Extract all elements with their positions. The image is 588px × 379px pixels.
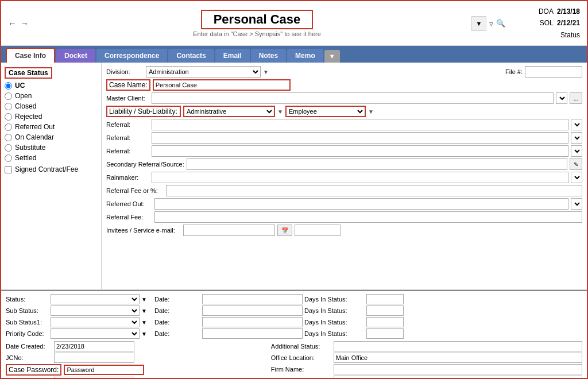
- file-hash-input[interactable]: [525, 66, 582, 78]
- sub-status1-days-input[interactable]: [366, 317, 404, 327]
- referral-fee2-label: Referral Fee:: [106, 214, 152, 221]
- radio-substitute[interactable]: Substitute: [5, 144, 98, 152]
- location-row: Location:: [271, 376, 582, 379]
- referral1-input[interactable]: [152, 119, 568, 130]
- master-client-row: Master Client: ...: [106, 92, 582, 104]
- priority-date-label: Date:: [154, 330, 200, 337]
- case-password-label: Case Password:: [6, 364, 61, 376]
- division-select[interactable]: Administration: [146, 66, 261, 78]
- panels-row: Case Status UC Open Closed Rejected: [1, 63, 587, 290]
- sub-status-chevron: ▼: [141, 308, 153, 314]
- firm-name-input[interactable]: [334, 364, 582, 374]
- date-created-row: Date Created:: [6, 341, 265, 351]
- sub-status-date-label: Date:: [154, 307, 200, 314]
- sub-status1-date-input[interactable]: [202, 317, 303, 327]
- final-left: Date Created: JCNo: Case Password:: [6, 341, 265, 379]
- status-date-input[interactable]: [202, 294, 303, 304]
- referred-out-label: Referred Out:: [106, 200, 152, 207]
- status-select[interactable]: [51, 294, 140, 304]
- rainmaker-select[interactable]: [571, 172, 582, 183]
- radio-referred-out[interactable]: Referred Out: [5, 123, 98, 131]
- tab-memo[interactable]: Memo: [287, 49, 323, 63]
- radio-on-calendar[interactable]: On Calendar: [5, 133, 98, 141]
- case-password-row: Case Password:: [6, 364, 265, 376]
- storage-date-input[interactable]: [54, 377, 134, 379]
- priority-days-label: Days In Status:: [304, 330, 365, 337]
- radio-closed[interactable]: Closed: [5, 102, 98, 110]
- referral3-label: Referral:: [106, 148, 149, 154]
- tab-docket[interactable]: Docket: [56, 49, 95, 63]
- priority-days-input[interactable]: [366, 328, 404, 339]
- firm-name-label: Firm Name:: [271, 366, 331, 373]
- referral-fee-label: Referral Fee or %:: [106, 187, 164, 194]
- master-client-input[interactable]: [152, 92, 554, 104]
- referral-fee-input[interactable]: [166, 185, 582, 196]
- tab-notes[interactable]: Notes: [251, 49, 286, 63]
- status-field-label: Status:: [6, 296, 49, 303]
- radio-open[interactable]: Open: [5, 92, 98, 100]
- referral1-select[interactable]: [571, 119, 582, 130]
- priority-date-input[interactable]: [202, 328, 303, 339]
- liability-label: Liability / Sub-Liability:: [106, 106, 181, 117]
- sub-status1-select[interactable]: [51, 317, 140, 327]
- bottom-section: Status: ▼ Date: Days In Status: Sub Stat…: [1, 290, 587, 379]
- liability-select[interactable]: Administrative: [183, 106, 275, 117]
- referral-fee2-input[interactable]: [154, 211, 582, 223]
- referral3-select[interactable]: [571, 145, 582, 157]
- sub-status-days-label: Days In Status:: [304, 307, 365, 314]
- rainmaker-input[interactable]: [152, 172, 568, 183]
- invitees-extra-input[interactable]: [295, 225, 341, 236]
- referral-fee-row: Referral Fee or %:: [106, 185, 582, 196]
- referred-out-input[interactable]: [154, 198, 568, 210]
- location-input[interactable]: [334, 376, 582, 379]
- referred-out-select[interactable]: [571, 198, 582, 210]
- referral3-input[interactable]: [152, 145, 568, 157]
- additional-status-input[interactable]: [334, 341, 582, 351]
- liability-row: Liability / Sub-Liability: Administrativ…: [106, 106, 582, 117]
- tab-contacts[interactable]: Contacts: [168, 49, 214, 63]
- office-location-input[interactable]: [334, 353, 582, 363]
- tab-correspondence[interactable]: Correspondence: [96, 49, 167, 63]
- priority-select[interactable]: [51, 328, 140, 339]
- right-panel: Division: Administration ▼ File #: Case …: [102, 63, 587, 289]
- master-client-select[interactable]: [556, 92, 567, 104]
- rainmaker-row: Rainmaker:: [106, 172, 582, 183]
- secondary-referral-edit-button[interactable]: ✎: [570, 158, 582, 170]
- case-name-input[interactable]: [153, 79, 291, 91]
- radio-rejected[interactable]: Rejected: [5, 113, 98, 121]
- case-password-input[interactable]: [64, 365, 144, 375]
- forward-button[interactable]: →: [20, 18, 29, 28]
- back-button[interactable]: ←: [8, 18, 17, 28]
- master-client-button[interactable]: ...: [570, 92, 582, 104]
- division-row: Division: Administration ▼ File #:: [106, 66, 582, 78]
- priority-chevron: ▼: [141, 331, 153, 337]
- sub-liability-select[interactable]: Employee: [285, 106, 366, 117]
- tab-case-info[interactable]: Case Info: [6, 48, 55, 63]
- status-days-input[interactable]: [366, 294, 404, 304]
- jcno-input[interactable]: [54, 353, 134, 363]
- dropdown-tool-button[interactable]: ▼: [471, 16, 486, 31]
- secondary-referral-input[interactable]: [187, 158, 567, 170]
- doa-value: 2/13/18: [557, 7, 580, 16]
- content-wrapper: Case Status UC Open Closed Rejected: [1, 63, 587, 379]
- sub-status-date-input[interactable]: [202, 305, 303, 316]
- tab-email[interactable]: Email: [215, 49, 250, 63]
- sub-status-select[interactable]: [51, 305, 140, 316]
- tab-bar: Case Info Docket Correspondence Contacts…: [1, 46, 587, 63]
- tab-more[interactable]: ▼: [324, 50, 340, 63]
- page-title: Personal Case: [201, 10, 314, 29]
- checkbox-signed-contract[interactable]: Signed Contract/Fee: [5, 165, 98, 173]
- sub-status-days-input[interactable]: [366, 305, 404, 316]
- referral1-row: Referral:: [106, 119, 582, 130]
- additional-status-row: Additional Status:: [271, 341, 582, 351]
- radio-settled[interactable]: Settled: [5, 154, 98, 162]
- invitees-input[interactable]: [183, 225, 275, 236]
- referral2-select[interactable]: [571, 132, 582, 144]
- jcno-label: JCNo:: [6, 354, 52, 361]
- referral2-input[interactable]: [152, 132, 568, 144]
- search-icon: 🔍: [496, 19, 505, 28]
- radio-uc[interactable]: UC: [5, 82, 98, 90]
- date-created-input[interactable]: [54, 341, 134, 351]
- invitees-calendar-button[interactable]: 📅: [277, 225, 292, 236]
- final-rows: Date Created: JCNo: Case Password:: [6, 341, 582, 379]
